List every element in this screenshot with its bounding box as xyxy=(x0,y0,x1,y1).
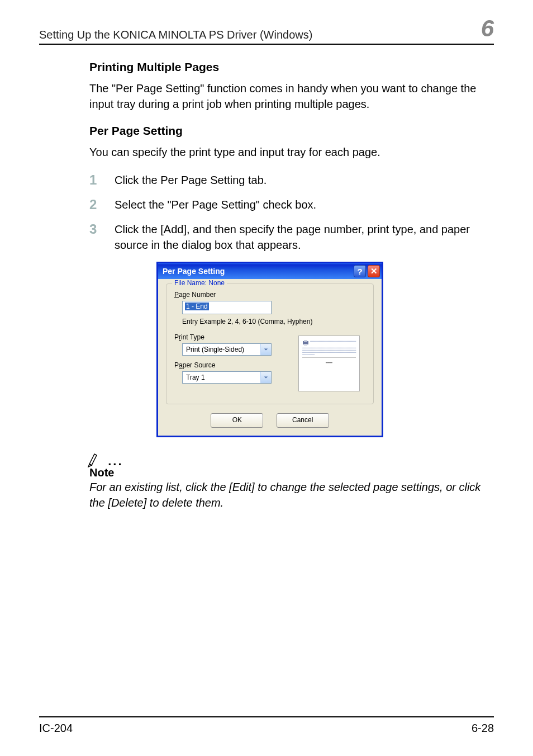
step-3: 3 Click the [Add], and then specify the … xyxy=(89,221,494,253)
section-title-2: Per Page Setting xyxy=(89,124,494,138)
page-footer: IC-204 6-28 xyxy=(39,716,494,735)
svg-rect-1 xyxy=(304,340,307,342)
entry-example: Entry Example 2, 4, 6-10 (Comma, Hyphen) xyxy=(182,318,365,325)
section-para-1: The "Per Page Setting" function comes in… xyxy=(89,81,494,112)
section-para-2: You can specify the print type and input… xyxy=(89,144,494,160)
page-number-input[interactable]: 1 - End xyxy=(182,301,272,314)
step-2: 2 Select the "Per Page Setting" check bo… xyxy=(89,197,494,212)
page-number-value: 1 - End xyxy=(185,303,209,310)
file-group: File Name: None Page Number 1 - End Entr… xyxy=(166,284,374,404)
cancel-button[interactable]: Cancel xyxy=(277,413,329,428)
print-type-combo[interactable]: Print (Single-Sided) xyxy=(182,343,272,356)
step-1: 1 Click the Per Page Setting tab. xyxy=(89,172,494,188)
svg-rect-2 xyxy=(304,344,307,346)
step-number: 3 xyxy=(89,221,115,253)
step-number: 1 xyxy=(89,172,115,188)
chevron-down-icon[interactable] xyxy=(260,344,271,355)
running-head: Setting Up the KONICA MINOLTA PS Driver … xyxy=(39,29,312,41)
ok-button[interactable]: OK xyxy=(211,413,263,428)
page-number-label-text: age Number xyxy=(179,291,216,299)
dialog-titlebar[interactable]: Per Page Setting ? ✕ xyxy=(158,263,382,279)
page-preview-thumbnail: ▂▂▂▂▂▂▂▂▂▂▂▂▂▂▂▂▂▂▂▂▂▂▂▂▂▂▂▂▂▂▂▂▂▂▂▂▂▂▂▂… xyxy=(298,336,360,391)
print-type-label: Print Type xyxy=(174,333,272,341)
step-text: Select the "Per Page Setting" check box. xyxy=(115,197,316,212)
print-type-value: Print (Single-Sided) xyxy=(183,344,260,355)
page-header: Setting Up the KONICA MINOLTA PS Driver … xyxy=(39,17,494,45)
footer-right: 6-28 xyxy=(472,722,494,735)
dialog-title: Per Page Setting xyxy=(163,267,225,276)
paper-source-value: Tray 1 xyxy=(183,372,260,383)
step-number: 2 xyxy=(89,197,115,212)
paper-source-label: Paper Source xyxy=(174,361,272,369)
note-text: For an existing list, click the [Edit] t… xyxy=(89,479,494,511)
page-number-label: Page Number xyxy=(174,291,365,299)
per-page-setting-dialog: Per Page Setting ? ✕ File Name: None Pag… xyxy=(156,262,383,437)
footer-left: IC-204 xyxy=(39,722,73,735)
paper-source-combo[interactable]: Tray 1 xyxy=(182,371,272,384)
chapter-number: 6 xyxy=(481,17,494,41)
step-text: Click the [Add], and then specify the pa… xyxy=(115,221,494,253)
chevron-down-icon[interactable] xyxy=(260,372,271,383)
close-button[interactable]: ✕ xyxy=(368,265,380,277)
step-text: Click the Per Page Setting tab. xyxy=(115,172,266,188)
body-content: Printing Multiple Pages The "Per Page Se… xyxy=(39,60,494,437)
note-icon: ... xyxy=(87,452,494,467)
printer-icon xyxy=(302,339,309,346)
section-title-1: Printing Multiple Pages xyxy=(89,60,494,74)
note-block: ... Note For an existing list, click the… xyxy=(39,452,494,511)
group-legend: File Name: None xyxy=(172,279,227,287)
note-label: Note xyxy=(89,466,494,479)
help-button[interactable]: ? xyxy=(354,265,366,277)
